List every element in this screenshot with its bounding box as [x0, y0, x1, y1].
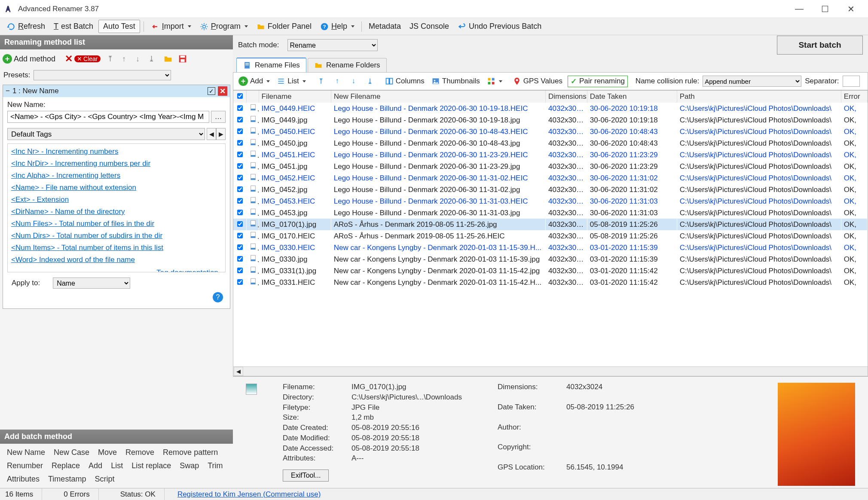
move-down-button[interactable]: ↓	[131, 53, 144, 65]
open-folder-button[interactable]	[162, 53, 174, 65]
view-mode-button[interactable]	[485, 76, 504, 86]
batch-method-link[interactable]: Timestamp	[45, 474, 89, 485]
save-button[interactable]	[176, 53, 189, 65]
new-name-browse-button[interactable]: …	[211, 111, 226, 123]
batch-method-link[interactable]: Add	[85, 460, 106, 471]
undo-button[interactable]: Undo Previous Batch	[454, 20, 545, 33]
test-batch-button[interactable]: Test Batch	[50, 20, 97, 33]
registration-link[interactable]: Registered to Kim Jensen (Commercial use…	[177, 490, 321, 499]
tag-link[interactable]: <Inc NrDir> - Incrementing numbers per d…	[9, 158, 224, 170]
program-button[interactable]: Program	[196, 20, 251, 33]
row-checkbox[interactable]	[237, 279, 243, 285]
table-row[interactable]: IMG_0452.jpgLego House - Billund - Denma…	[233, 184, 868, 195]
row-checkbox[interactable]	[237, 221, 243, 227]
row-checkbox[interactable]	[237, 175, 243, 180]
table-row[interactable]: IMG_0170(1).jpgARoS - Århus - Denmark 20…	[233, 219, 868, 230]
col-new-filename[interactable]: New Filename	[331, 91, 545, 103]
sort-up-button[interactable]: ↑	[331, 75, 344, 87]
tag-link[interactable]: <Num Dirs> - Total number of subdirs in …	[9, 230, 224, 242]
row-checkbox[interactable]	[237, 268, 243, 273]
tag-prev-button[interactable]: ◀	[207, 128, 216, 140]
import-button[interactable]: Import	[147, 20, 195, 33]
table-row[interactable]: IMG_0450.HEICLego House - Billund - Denm…	[233, 126, 868, 137]
table-row[interactable]: IMG_0330.HEICNew car - Kongens Lyngby - …	[233, 242, 868, 253]
col-dimensions[interactable]: Dimensions	[546, 91, 587, 103]
batch-method-link[interactable]: New Name	[3, 447, 49, 458]
row-checkbox[interactable]	[237, 117, 243, 122]
table-row[interactable]: IMG_0452.HEICLego House - Billund - Denm…	[233, 172, 868, 184]
tag-link[interactable]: <Num Items> - Total number of items in t…	[9, 242, 224, 254]
help-button[interactable]: ? Help	[317, 20, 358, 33]
minimize-button[interactable]: —	[786, 0, 812, 18]
batch-method-link[interactable]: Attributes	[3, 474, 43, 485]
tab-rename-folders[interactable]: Rename Folders	[308, 58, 387, 72]
batch-method-link[interactable]: New Case	[50, 447, 93, 458]
row-checkbox[interactable]	[237, 152, 243, 157]
move-bottom-button[interactable]: ⤓	[145, 53, 158, 65]
batch-method-link[interactable]: Move	[95, 447, 120, 458]
refresh-button[interactable]: Refresh	[3, 20, 49, 33]
add-method-button[interactable]: + Add method	[3, 54, 55, 64]
batch-method-link[interactable]: Script	[91, 474, 118, 485]
separator-input[interactable]	[843, 76, 860, 87]
col-date-taken[interactable]: Date Taken	[587, 91, 677, 103]
row-checkbox[interactable]	[237, 105, 243, 111]
table-row[interactable]: IMG_0449.HEICLego House - Billund - Denm…	[233, 103, 868, 114]
metadata-button[interactable]: Metadata	[365, 20, 404, 33]
pair-renaming-toggle[interactable]: ✓Pair renaming	[568, 76, 628, 87]
row-checkbox[interactable]	[237, 163, 243, 169]
horizontal-scrollbar[interactable]: ◀	[233, 366, 868, 376]
row-checkbox[interactable]	[237, 128, 243, 134]
thumbnails-button[interactable]: Thumbnails	[430, 76, 482, 86]
batch-method-link[interactable]: Trim	[204, 460, 226, 471]
row-checkbox[interactable]	[237, 140, 243, 146]
table-row[interactable]: IMG_0330.jpgNew car - Kongens Lyngby - D…	[233, 253, 868, 265]
batch-method-link[interactable]: Remove	[122, 447, 158, 458]
batch-method-link[interactable]: Replace	[48, 460, 83, 471]
add-files-button[interactable]: +Add	[237, 76, 272, 87]
tag-doc-link[interactable]: Tag documentation	[154, 267, 221, 272]
apply-to-dropdown[interactable]: Name	[53, 277, 130, 289]
clear-methods-button[interactable]: ✕ Clear	[74, 55, 100, 62]
new-name-input[interactable]	[7, 111, 209, 123]
method-help-button[interactable]: ?	[213, 292, 223, 302]
folder-panel-button[interactable]: Folder Panel	[253, 20, 315, 33]
row-checkbox[interactable]	[237, 244, 243, 250]
batch-method-link[interactable]: Remove pattern	[159, 447, 221, 458]
sort-top-button[interactable]: ⤒	[315, 75, 327, 87]
batch-mode-dropdown[interactable]: Rename	[287, 39, 378, 51]
presets-dropdown[interactable]	[34, 70, 171, 80]
tag-category-dropdown[interactable]: Default Tags	[7, 128, 205, 140]
table-row[interactable]: IMG_0331(1).jpgNew car - Kongens Lyngby …	[233, 265, 868, 277]
tag-link[interactable]: <Name> - File name without extension	[9, 182, 224, 194]
collision-dropdown[interactable]: Append number	[703, 76, 801, 87]
method-close-button[interactable]: ✕	[218, 86, 227, 96]
tag-link[interactable]: <Inc Nr> - Incrementing numbers	[9, 146, 224, 158]
row-checkbox[interactable]	[237, 198, 243, 204]
move-up-button[interactable]: ↑	[118, 53, 131, 65]
method-header[interactable]: − 1 : New Name ✓ ✕	[3, 85, 230, 97]
tag-link[interactable]: <Num Files> - Total number of files in t…	[9, 218, 224, 230]
start-batch-button[interactable]: Start batch	[777, 36, 863, 55]
tag-link[interactable]: <Inc Alpha> - Incrementing letters	[9, 170, 224, 182]
close-button[interactable]: ✕	[838, 0, 864, 18]
columns-button[interactable]: Columns	[383, 76, 426, 86]
method-enabled-checkbox[interactable]: ✓	[208, 87, 215, 95]
select-all-checkbox[interactable]	[237, 93, 243, 99]
col-filename[interactable]: Filename	[259, 91, 331, 103]
sort-bottom-button[interactable]: ⤓	[364, 75, 376, 87]
table-row[interactable]: IMG_0453.HEICLego House - Billund - Denm…	[233, 195, 868, 207]
col-path[interactable]: Path	[677, 91, 841, 103]
table-row[interactable]: IMG_0449.jpgLego House - Billund - Denma…	[233, 114, 868, 126]
table-row[interactable]: IMG_0450.jpgLego House - Billund - Denma…	[233, 137, 868, 149]
table-row[interactable]: IMG_0170.HEICARoS - Århus - Denmark 2019…	[233, 230, 868, 242]
tab-rename-files[interactable]: Rename Files	[236, 58, 306, 72]
batch-method-link[interactable]: Swap	[176, 460, 202, 471]
tag-link[interactable]: <Word> Indexed word of the file name	[9, 254, 224, 266]
row-checkbox[interactable]	[237, 186, 243, 192]
row-checkbox[interactable]	[237, 233, 243, 238]
col-error[interactable]: Error	[841, 91, 867, 103]
tag-link[interactable]: <DirName> - Name of the directory	[9, 206, 224, 218]
batch-method-link[interactable]: List replace	[128, 460, 174, 471]
js-console-button[interactable]: JS Console	[406, 20, 452, 33]
